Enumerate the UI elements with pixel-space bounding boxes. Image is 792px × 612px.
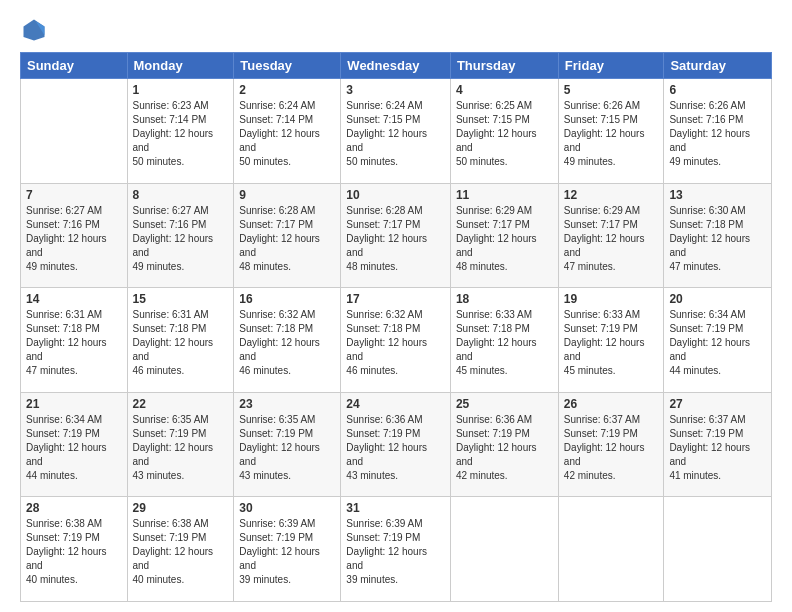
day-info: Sunrise: 6:35 AMSunset: 7:19 PMDaylight:… xyxy=(133,413,229,483)
day-info: Sunrise: 6:39 AMSunset: 7:19 PMDaylight:… xyxy=(346,517,445,587)
day-info: Sunrise: 6:31 AMSunset: 7:18 PMDaylight:… xyxy=(26,308,122,378)
calendar-week-1: 1Sunrise: 6:23 AMSunset: 7:14 PMDaylight… xyxy=(21,79,772,184)
weekday-wednesday: Wednesday xyxy=(341,53,451,79)
day-info: Sunrise: 6:32 AMSunset: 7:18 PMDaylight:… xyxy=(346,308,445,378)
day-info: Sunrise: 6:24 AMSunset: 7:15 PMDaylight:… xyxy=(346,99,445,169)
weekday-tuesday: Tuesday xyxy=(234,53,341,79)
day-number: 11 xyxy=(456,188,553,202)
day-info: Sunrise: 6:36 AMSunset: 7:19 PMDaylight:… xyxy=(346,413,445,483)
calendar-cell: 14Sunrise: 6:31 AMSunset: 7:18 PMDayligh… xyxy=(21,288,128,393)
day-info: Sunrise: 6:26 AMSunset: 7:15 PMDaylight:… xyxy=(564,99,659,169)
day-number: 19 xyxy=(564,292,659,306)
day-info: Sunrise: 6:38 AMSunset: 7:19 PMDaylight:… xyxy=(133,517,229,587)
calendar-table: SundayMondayTuesdayWednesdayThursdayFrid… xyxy=(20,52,772,602)
weekday-saturday: Saturday xyxy=(664,53,772,79)
day-number: 14 xyxy=(26,292,122,306)
calendar-cell: 25Sunrise: 6:36 AMSunset: 7:19 PMDayligh… xyxy=(450,392,558,497)
day-number: 25 xyxy=(456,397,553,411)
day-info: Sunrise: 6:30 AMSunset: 7:18 PMDaylight:… xyxy=(669,204,766,274)
calendar-cell xyxy=(450,497,558,602)
day-info: Sunrise: 6:24 AMSunset: 7:14 PMDaylight:… xyxy=(239,99,335,169)
calendar-week-5: 28Sunrise: 6:38 AMSunset: 7:19 PMDayligh… xyxy=(21,497,772,602)
weekday-thursday: Thursday xyxy=(450,53,558,79)
calendar-cell: 30Sunrise: 6:39 AMSunset: 7:19 PMDayligh… xyxy=(234,497,341,602)
day-number: 18 xyxy=(456,292,553,306)
day-number: 5 xyxy=(564,83,659,97)
calendar-week-4: 21Sunrise: 6:34 AMSunset: 7:19 PMDayligh… xyxy=(21,392,772,497)
day-number: 4 xyxy=(456,83,553,97)
day-info: Sunrise: 6:29 AMSunset: 7:17 PMDaylight:… xyxy=(564,204,659,274)
calendar-cell: 9Sunrise: 6:28 AMSunset: 7:17 PMDaylight… xyxy=(234,183,341,288)
calendar-cell: 26Sunrise: 6:37 AMSunset: 7:19 PMDayligh… xyxy=(558,392,664,497)
calendar-cell: 8Sunrise: 6:27 AMSunset: 7:16 PMDaylight… xyxy=(127,183,234,288)
day-info: Sunrise: 6:25 AMSunset: 7:15 PMDaylight:… xyxy=(456,99,553,169)
day-info: Sunrise: 6:26 AMSunset: 7:16 PMDaylight:… xyxy=(669,99,766,169)
day-number: 29 xyxy=(133,501,229,515)
calendar-cell: 19Sunrise: 6:33 AMSunset: 7:19 PMDayligh… xyxy=(558,288,664,393)
calendar-week-2: 7Sunrise: 6:27 AMSunset: 7:16 PMDaylight… xyxy=(21,183,772,288)
calendar-cell: 2Sunrise: 6:24 AMSunset: 7:14 PMDaylight… xyxy=(234,79,341,184)
day-number: 13 xyxy=(669,188,766,202)
calendar-cell: 7Sunrise: 6:27 AMSunset: 7:16 PMDaylight… xyxy=(21,183,128,288)
calendar-cell xyxy=(664,497,772,602)
calendar-cell xyxy=(21,79,128,184)
calendar-cell: 20Sunrise: 6:34 AMSunset: 7:19 PMDayligh… xyxy=(664,288,772,393)
day-info: Sunrise: 6:35 AMSunset: 7:19 PMDaylight:… xyxy=(239,413,335,483)
day-number: 27 xyxy=(669,397,766,411)
day-info: Sunrise: 6:27 AMSunset: 7:16 PMDaylight:… xyxy=(133,204,229,274)
day-info: Sunrise: 6:32 AMSunset: 7:18 PMDaylight:… xyxy=(239,308,335,378)
calendar-body: 1Sunrise: 6:23 AMSunset: 7:14 PMDaylight… xyxy=(21,79,772,602)
day-info: Sunrise: 6:36 AMSunset: 7:19 PMDaylight:… xyxy=(456,413,553,483)
logo-icon xyxy=(20,16,48,44)
day-number: 9 xyxy=(239,188,335,202)
weekday-sunday: Sunday xyxy=(21,53,128,79)
calendar-cell: 4Sunrise: 6:25 AMSunset: 7:15 PMDaylight… xyxy=(450,79,558,184)
day-number: 3 xyxy=(346,83,445,97)
logo xyxy=(20,16,52,44)
header xyxy=(20,16,772,44)
day-number: 6 xyxy=(669,83,766,97)
day-number: 31 xyxy=(346,501,445,515)
day-number: 23 xyxy=(239,397,335,411)
calendar-cell: 13Sunrise: 6:30 AMSunset: 7:18 PMDayligh… xyxy=(664,183,772,288)
calendar-cell: 29Sunrise: 6:38 AMSunset: 7:19 PMDayligh… xyxy=(127,497,234,602)
calendar-cell: 18Sunrise: 6:33 AMSunset: 7:18 PMDayligh… xyxy=(450,288,558,393)
calendar-cell: 28Sunrise: 6:38 AMSunset: 7:19 PMDayligh… xyxy=(21,497,128,602)
day-info: Sunrise: 6:37 AMSunset: 7:19 PMDaylight:… xyxy=(564,413,659,483)
weekday-friday: Friday xyxy=(558,53,664,79)
day-number: 10 xyxy=(346,188,445,202)
calendar-cell: 15Sunrise: 6:31 AMSunset: 7:18 PMDayligh… xyxy=(127,288,234,393)
day-number: 2 xyxy=(239,83,335,97)
weekday-header-row: SundayMondayTuesdayWednesdayThursdayFrid… xyxy=(21,53,772,79)
calendar-header: SundayMondayTuesdayWednesdayThursdayFrid… xyxy=(21,53,772,79)
calendar-cell: 22Sunrise: 6:35 AMSunset: 7:19 PMDayligh… xyxy=(127,392,234,497)
calendar-cell: 5Sunrise: 6:26 AMSunset: 7:15 PMDaylight… xyxy=(558,79,664,184)
calendar-cell: 1Sunrise: 6:23 AMSunset: 7:14 PMDaylight… xyxy=(127,79,234,184)
day-info: Sunrise: 6:33 AMSunset: 7:19 PMDaylight:… xyxy=(564,308,659,378)
day-info: Sunrise: 6:38 AMSunset: 7:19 PMDaylight:… xyxy=(26,517,122,587)
day-info: Sunrise: 6:23 AMSunset: 7:14 PMDaylight:… xyxy=(133,99,229,169)
day-info: Sunrise: 6:33 AMSunset: 7:18 PMDaylight:… xyxy=(456,308,553,378)
day-info: Sunrise: 6:39 AMSunset: 7:19 PMDaylight:… xyxy=(239,517,335,587)
day-number: 24 xyxy=(346,397,445,411)
day-number: 12 xyxy=(564,188,659,202)
calendar-cell: 16Sunrise: 6:32 AMSunset: 7:18 PMDayligh… xyxy=(234,288,341,393)
weekday-monday: Monday xyxy=(127,53,234,79)
day-info: Sunrise: 6:37 AMSunset: 7:19 PMDaylight:… xyxy=(669,413,766,483)
day-info: Sunrise: 6:28 AMSunset: 7:17 PMDaylight:… xyxy=(346,204,445,274)
day-info: Sunrise: 6:31 AMSunset: 7:18 PMDaylight:… xyxy=(133,308,229,378)
day-info: Sunrise: 6:28 AMSunset: 7:17 PMDaylight:… xyxy=(239,204,335,274)
day-number: 20 xyxy=(669,292,766,306)
day-number: 8 xyxy=(133,188,229,202)
day-info: Sunrise: 6:29 AMSunset: 7:17 PMDaylight:… xyxy=(456,204,553,274)
calendar-cell: 12Sunrise: 6:29 AMSunset: 7:17 PMDayligh… xyxy=(558,183,664,288)
calendar-cell: 23Sunrise: 6:35 AMSunset: 7:19 PMDayligh… xyxy=(234,392,341,497)
day-number: 28 xyxy=(26,501,122,515)
day-number: 30 xyxy=(239,501,335,515)
calendar-cell: 3Sunrise: 6:24 AMSunset: 7:15 PMDaylight… xyxy=(341,79,451,184)
calendar-cell xyxy=(558,497,664,602)
calendar-cell: 17Sunrise: 6:32 AMSunset: 7:18 PMDayligh… xyxy=(341,288,451,393)
calendar-cell: 11Sunrise: 6:29 AMSunset: 7:17 PMDayligh… xyxy=(450,183,558,288)
calendar-cell: 31Sunrise: 6:39 AMSunset: 7:19 PMDayligh… xyxy=(341,497,451,602)
day-number: 7 xyxy=(26,188,122,202)
